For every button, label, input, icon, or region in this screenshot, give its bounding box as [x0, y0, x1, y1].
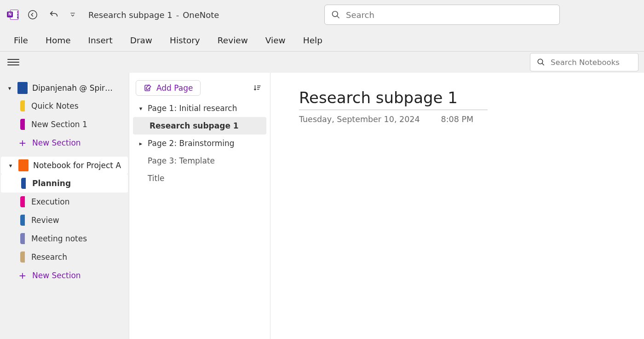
ribbon-insert[interactable]: Insert	[87, 34, 114, 47]
svg-text:N: N	[8, 12, 12, 17]
svg-line-9	[337, 16, 339, 18]
page-date: Tuesday, September 10, 2024	[299, 115, 420, 124]
plus-icon: +	[18, 137, 27, 148]
chevron-down-icon: ▾	[7, 162, 14, 169]
sort-pages-button[interactable]	[251, 82, 264, 94]
notebook-icon	[18, 159, 29, 171]
page-list-panel: Add Page ▾ Page 1: Initial research Rese…	[129, 73, 270, 339]
title-page-name: Research subpage 1	[88, 10, 172, 20]
section-color-tab	[20, 100, 25, 111]
chevron-right-icon: ▸	[138, 140, 144, 147]
page-label: Page 2: Brainstorming	[148, 139, 235, 148]
window-title: Research subpage 1 - OneNote	[88, 10, 219, 20]
title-underline	[299, 110, 488, 110]
title-app-name: OneNote	[183, 10, 219, 20]
global-search-input[interactable]	[346, 10, 553, 20]
search-notebooks[interactable]	[530, 53, 638, 71]
svg-point-8	[333, 12, 338, 17]
onenote-app-icon: N	[6, 8, 19, 21]
notebook-header[interactable]: ▾ Notebook for Project A	[1, 157, 128, 174]
page-title[interactable]: Research subpage 1	[299, 88, 488, 107]
title-bar: N Research subpage 1 - OneNote	[0, 0, 644, 29]
plus-icon: +	[18, 270, 27, 281]
search-icon	[331, 10, 340, 19]
page-label: Title	[148, 174, 164, 183]
hamburger-button[interactable]	[7, 56, 19, 68]
ribbon-file[interactable]: File	[13, 34, 29, 47]
new-section-button[interactable]: + New Section	[0, 134, 129, 152]
global-search[interactable]	[324, 5, 560, 25]
section-label: Execution	[31, 197, 69, 206]
section-item[interactable]: Planning	[1, 174, 128, 193]
section-label: Review	[31, 216, 59, 225]
page-label: Page 3: Template	[148, 156, 215, 165]
section-color-tab	[20, 196, 25, 207]
page-label: Page 1: Initial research	[148, 104, 237, 113]
tool-row	[0, 52, 644, 73]
ribbon-home[interactable]: Home	[45, 34, 72, 47]
notebook-sidebar: ▾ Dipanjenah @ Spiral... Quick Notes New…	[0, 73, 129, 339]
ribbon-menu: File Home Insert Draw History Review Vie…	[0, 29, 644, 52]
page-label: Research subpage 1	[150, 121, 239, 130]
page-metadata: Tuesday, September 10, 2024 8:08 PM	[299, 115, 644, 124]
section-item[interactable]: Execution	[0, 193, 129, 211]
ribbon-history[interactable]: History	[169, 34, 201, 47]
notebook-header[interactable]: ▾ Dipanjenah @ Spiral...	[0, 79, 129, 97]
new-section-label: New Section	[32, 271, 81, 280]
notebook-label: Notebook for Project A	[33, 161, 121, 170]
section-item[interactable]: New Section 1	[0, 115, 129, 134]
section-label: Planning	[32, 179, 71, 188]
chevron-down-icon: ▾	[6, 85, 13, 92]
title-separator: -	[176, 10, 179, 20]
notebook-label: Dipanjenah @ Spiral...	[32, 83, 115, 93]
notebook-icon	[17, 82, 28, 94]
add-page-icon	[144, 84, 152, 92]
section-label: Meeting notes	[31, 234, 87, 243]
ribbon-draw[interactable]: Draw	[129, 34, 153, 47]
page-item[interactable]: ▸ Page 2: Brainstorming	[133, 134, 266, 152]
quick-access-dropdown[interactable]	[67, 7, 78, 23]
page-item[interactable]: ▾ Page 1: Initial research	[133, 99, 266, 117]
section-color-tab	[20, 233, 25, 244]
page-time: 8:08 PM	[441, 115, 474, 124]
ribbon-help[interactable]: Help	[302, 34, 323, 47]
search-icon	[537, 58, 545, 66]
add-page-button[interactable]: Add Page	[136, 80, 201, 96]
ribbon-review[interactable]: Review	[217, 34, 249, 47]
svg-point-10	[538, 59, 543, 64]
new-section-button[interactable]: + New Section	[0, 266, 129, 285]
svg-point-6	[29, 11, 37, 19]
undo-button[interactable]	[46, 7, 62, 23]
search-notebooks-input[interactable]	[551, 58, 644, 67]
section-color-tab	[20, 119, 25, 130]
back-button[interactable]	[25, 7, 40, 23]
section-item[interactable]: Research	[0, 248, 129, 266]
section-item[interactable]: Quick Notes	[0, 97, 129, 115]
section-label: New Section 1	[31, 120, 87, 129]
section-label: Quick Notes	[31, 101, 79, 111]
section-color-tab	[20, 215, 25, 226]
new-section-label: New Section	[32, 138, 81, 147]
section-item[interactable]: Review	[0, 211, 129, 229]
page-item[interactable]: Page 3: Template	[133, 152, 266, 170]
section-label: Research	[31, 252, 67, 262]
chevron-down-icon: ▾	[138, 105, 144, 112]
section-item[interactable]: Meeting notes	[0, 229, 129, 248]
page-content[interactable]: Research subpage 1 Tuesday, September 10…	[270, 73, 644, 339]
section-color-tab	[20, 251, 25, 263]
page-item[interactable]: Research subpage 1	[133, 117, 266, 134]
svg-rect-3	[17, 17, 18, 19]
add-page-label: Add Page	[156, 83, 193, 93]
svg-rect-2	[17, 14, 18, 16]
svg-line-11	[542, 63, 544, 65]
section-color-tab	[21, 178, 26, 189]
svg-rect-1	[17, 11, 18, 13]
main-area: ▾ Dipanjenah @ Spiral... Quick Notes New…	[0, 73, 644, 339]
page-item[interactable]: Title	[133, 170, 266, 187]
ribbon-view[interactable]: View	[264, 34, 287, 47]
